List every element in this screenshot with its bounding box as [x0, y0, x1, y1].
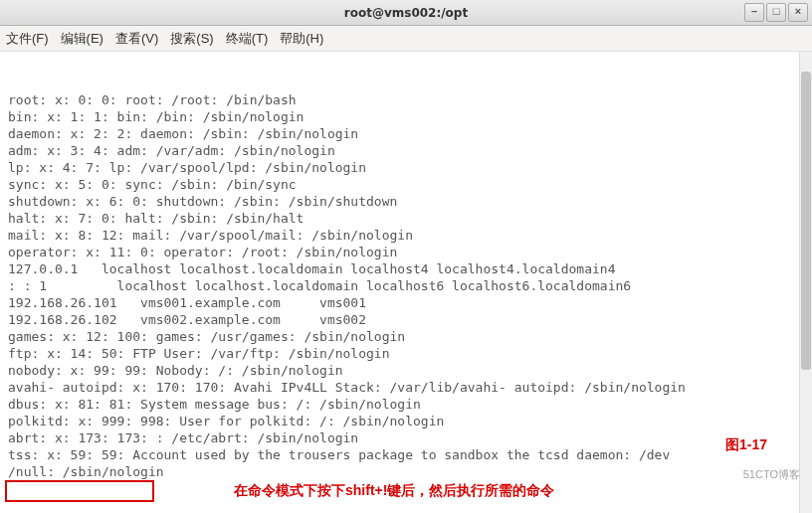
scrollbar[interactable] [799, 52, 812, 513]
terminal-line: bin: x: 1: 1: bin: /bin: /sbin/nologin [8, 108, 804, 125]
terminal-line: lp: x: 4: 7: lp: /var/spool/lpd: /sbin/n… [8, 159, 804, 176]
terminal-line: tss: x: 59: 59: Account used by the trou… [8, 446, 804, 463]
terminal-line: root: x: 0: 0: root: /root: /bin/bash [8, 91, 804, 108]
terminal-line: games: x: 12: 100: games: /usr/games: /s… [8, 328, 804, 345]
terminal-output[interactable]: root: x: 0: 0: root: /root: /bin/bashbin… [0, 52, 812, 513]
terminal-line: : : 1 localhost localhost.localdomain lo… [8, 277, 804, 294]
watermark: 51CTO博客 [743, 466, 800, 483]
terminal-line: ftp: x: 14: 50: FTP User: /var/ftp: /sbi… [8, 345, 804, 362]
terminal-line: halt: x: 7: 0: halt: /sbin: /sbin/halt [8, 210, 804, 227]
window-title: root@vms002:/opt [344, 6, 468, 20]
terminal-line: mail: x: 8: 12: mail: /var/spool/mail: /… [8, 227, 804, 244]
terminal-line: 192.168.26.101 vms001.example.com vms001 [8, 294, 804, 311]
terminal-line: polkitd: x: 999: 998: User for polkitd: … [8, 413, 804, 429]
terminal-line: 192.168.26.102 vms002.example.com vms002 [8, 311, 804, 328]
terminal-line: /null: /sbin/nologin [8, 463, 804, 480]
terminal-line: shutdown: x: 6: 0: shutdown: /sbin: /sbi… [8, 193, 804, 210]
menu-terminal[interactable]: 终端(T) [226, 30, 269, 48]
terminal-line: 127.0.0.1 localhost localhost.localdomai… [8, 260, 804, 277]
command-highlight-box [5, 480, 154, 502]
menu-search[interactable]: 搜索(S) [170, 30, 213, 48]
window-controls: – □ × [744, 3, 808, 22]
menubar: 文件(F) 编辑(E) 查看(V) 搜索(S) 终端(T) 帮助(H) [0, 26, 812, 52]
scroll-thumb[interactable] [801, 72, 811, 370]
hint-annotation: 在命令模式下按下shift+!键后，然后执行所需的命令 [234, 482, 554, 499]
menu-help[interactable]: 帮助(H) [280, 30, 323, 48]
terminal-line: sync: x: 5: 0: sync: /sbin: /bin/sync [8, 176, 804, 193]
terminal-line: avahi- autoipd: x: 170: 170: Avahi IPv4L… [8, 379, 804, 396]
figure-label: 图1-17 [725, 436, 767, 453]
menu-file[interactable]: 文件(F) [6, 30, 49, 48]
maximize-button[interactable]: □ [766, 3, 786, 22]
terminal-line: nobody: x: 99: 99: Nobody: /: /sbin/nolo… [8, 362, 804, 379]
menu-view[interactable]: 查看(V) [115, 30, 158, 48]
terminal-line: operator: x: 11: 0: operator: /root: /sb… [8, 244, 804, 260]
menu-edit[interactable]: 编辑(E) [61, 30, 103, 48]
close-button[interactable]: × [788, 3, 808, 22]
terminal-line: adm: x: 3: 4: adm: /var/adm: /sbin/nolog… [8, 142, 804, 159]
terminal-lines: root: x: 0: 0: root: /root: /bin/bashbin… [8, 91, 804, 480]
terminal-line: dbus: x: 81: 81: System message bus: /: … [8, 396, 804, 413]
terminal-line: daemon: x: 2: 2: daemon: /sbin: /sbin/no… [8, 125, 804, 142]
minimize-button[interactable]: – [744, 3, 764, 22]
terminal-window: root@vms002:/opt – □ × 文件(F) 编辑(E) 查看(V)… [0, 0, 812, 513]
terminal-line: abrt: x: 173: 173: : /etc/abrt: /sbin/no… [8, 429, 804, 446]
titlebar[interactable]: root@vms002:/opt – □ × [0, 0, 812, 26]
